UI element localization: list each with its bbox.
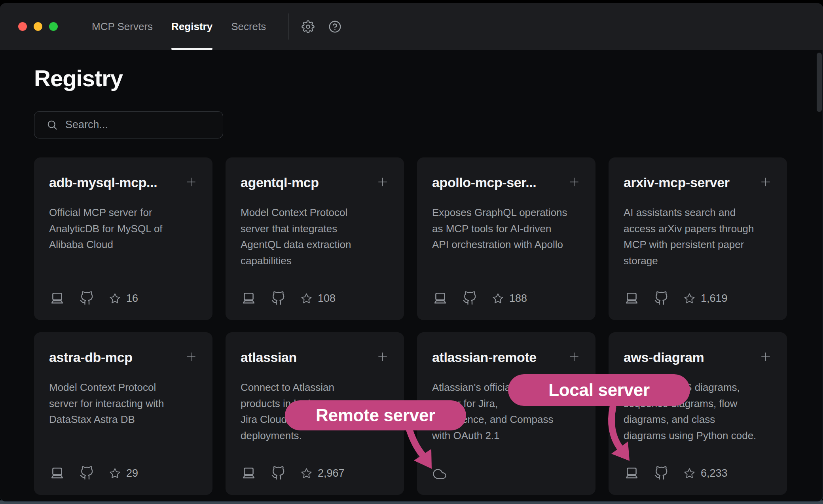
star-icon bbox=[300, 467, 318, 479]
close-window-button[interactable] bbox=[18, 22, 27, 31]
server-card[interactable]: adb-mysql-mcp... Official MCP server for… bbox=[34, 157, 212, 320]
search-input[interactable] bbox=[64, 118, 216, 131]
card-description: Exposes GraphQL operationsas MCP tools f… bbox=[432, 205, 580, 253]
card-description: Official MCP server forAnalyticDB for My… bbox=[49, 205, 197, 253]
star-count: 108 bbox=[318, 292, 336, 305]
card-title: aws-diagram bbox=[624, 350, 704, 365]
server-card[interactable]: aws-diagram Generate AWS diagrams,sequen… bbox=[609, 332, 787, 495]
traffic-lights bbox=[18, 3, 58, 50]
card-footer bbox=[432, 467, 580, 481]
add-server-button[interactable] bbox=[568, 351, 580, 363]
star-count: 2,967 bbox=[318, 467, 345, 479]
zoom-window-button[interactable] bbox=[49, 22, 58, 31]
card-footer: 108 bbox=[241, 291, 389, 306]
search-icon bbox=[47, 119, 58, 131]
add-server-button[interactable] bbox=[376, 176, 389, 188]
local-server-callout: Local server bbox=[508, 374, 690, 406]
card-footer: 29 bbox=[49, 466, 197, 481]
card-desc-line: Official MCP server for bbox=[49, 205, 197, 221]
app-window: MCP Servers Registry Secrets Registry bbox=[0, 3, 823, 502]
card-desc-line: AI assistants search and bbox=[624, 205, 772, 221]
laptop-icon bbox=[624, 466, 654, 481]
card-desc-line: server that integrates bbox=[241, 221, 389, 237]
laptop-icon bbox=[49, 291, 80, 306]
card-footer: 2,967 bbox=[241, 466, 389, 481]
card-desc-line: AnalyticDB for MySQL of bbox=[49, 221, 197, 237]
server-card[interactable]: astra-db-mcp Model Context Protocolserve… bbox=[34, 332, 212, 495]
star-icon bbox=[683, 467, 701, 479]
card-description: Model Context Protocolserver that integr… bbox=[241, 205, 389, 269]
laptop-icon bbox=[624, 291, 654, 306]
card-desc-line: DataStax Astra DB bbox=[49, 411, 197, 428]
card-desc-line: AgentQL data extraction bbox=[241, 237, 389, 253]
card-title: atlassian bbox=[241, 350, 297, 365]
card-description: Model Context Protocolserver for interac… bbox=[49, 379, 197, 428]
page-title: Registry bbox=[34, 66, 123, 91]
help-icon[interactable] bbox=[327, 19, 343, 34]
card-desc-line: API orchestration with Apollo bbox=[432, 237, 580, 253]
star-icon bbox=[300, 292, 318, 305]
nav-tabs: MCP Servers Registry Secrets bbox=[92, 3, 266, 50]
laptop-icon bbox=[49, 466, 80, 481]
laptop-icon bbox=[432, 291, 463, 306]
card-title: agentql-mcp bbox=[241, 175, 319, 190]
card-desc-line: as MCP tools for AI-driven bbox=[432, 221, 580, 237]
card-footer: 6,233 bbox=[624, 466, 772, 481]
card-title: arxiv-mcp-server bbox=[624, 175, 730, 190]
minimize-window-button[interactable] bbox=[34, 22, 42, 31]
github-icon bbox=[271, 291, 300, 305]
card-description: AI assistants search andaccess arXiv pap… bbox=[624, 205, 772, 269]
card-grid: adb-mysql-mcp... Official MCP server for… bbox=[34, 157, 787, 495]
github-icon bbox=[80, 291, 109, 305]
scrollbar-thumb[interactable] bbox=[817, 53, 822, 112]
tab-mcp-servers[interactable]: MCP Servers bbox=[92, 3, 153, 50]
card-title: atlassian-remote bbox=[432, 350, 537, 365]
star-count: 6,233 bbox=[701, 467, 728, 479]
laptop-icon bbox=[241, 466, 271, 481]
star-count: 1,619 bbox=[701, 292, 728, 305]
titlebar: MCP Servers Registry Secrets bbox=[0, 3, 823, 50]
tab-registry[interactable]: Registry bbox=[171, 3, 212, 50]
card-desc-line: MCP with persistent paper bbox=[624, 237, 772, 253]
settings-gear-icon[interactable] bbox=[300, 19, 316, 34]
card-desc-line: access arXiv papers through bbox=[624, 221, 772, 237]
star-count: 16 bbox=[126, 292, 138, 305]
star-icon bbox=[492, 292, 509, 305]
card-desc-line: Model Context Protocol bbox=[49, 379, 197, 396]
add-server-button[interactable] bbox=[185, 351, 197, 363]
registry-page: Registry adb-mysql-mcp... Official MCP s… bbox=[0, 50, 823, 502]
card-desc-line: Model Context Protocol bbox=[241, 205, 389, 221]
card-desc-line: Alibaba Cloud bbox=[49, 237, 197, 253]
card-desc-line: diagrams, and class bbox=[624, 411, 772, 428]
card-desc-line: diagrams using Python code. bbox=[624, 428, 772, 444]
card-footer: 16 bbox=[49, 291, 197, 306]
card-title: adb-mysql-mcp... bbox=[49, 175, 157, 190]
card-title: apollo-mcp-ser... bbox=[432, 175, 536, 190]
server-card[interactable]: apollo-mcp-ser... Exposes GraphQL operat… bbox=[417, 157, 595, 320]
card-desc-line: Exposes GraphQL operations bbox=[432, 205, 580, 221]
server-card[interactable]: arxiv-mcp-server AI assistants search an… bbox=[609, 157, 787, 320]
card-footer: 1,619 bbox=[624, 291, 772, 306]
card-title: astra-db-mcp bbox=[49, 350, 133, 365]
titlebar-divider bbox=[288, 13, 289, 40]
star-icon bbox=[683, 292, 701, 305]
add-server-button[interactable] bbox=[376, 351, 389, 363]
tab-secrets[interactable]: Secrets bbox=[231, 3, 266, 50]
server-card[interactable]: agentql-mcp Model Context Protocolserver… bbox=[226, 157, 404, 320]
add-server-button[interactable] bbox=[185, 176, 197, 188]
card-desc-line: storage bbox=[624, 253, 772, 269]
star-icon bbox=[109, 467, 126, 479]
laptop-icon bbox=[241, 291, 271, 306]
card-footer: 188 bbox=[432, 291, 580, 306]
cloud-icon bbox=[432, 467, 447, 481]
github-icon bbox=[80, 466, 109, 480]
search-box[interactable] bbox=[34, 111, 223, 138]
add-server-button[interactable] bbox=[759, 351, 772, 363]
add-server-button[interactable] bbox=[759, 176, 772, 188]
star-count: 188 bbox=[509, 292, 527, 305]
card-desc-line: Connect to Atlassian bbox=[241, 379, 389, 396]
github-icon bbox=[463, 291, 492, 305]
github-icon bbox=[654, 291, 683, 305]
add-server-button[interactable] bbox=[568, 176, 580, 188]
github-icon bbox=[271, 466, 300, 480]
